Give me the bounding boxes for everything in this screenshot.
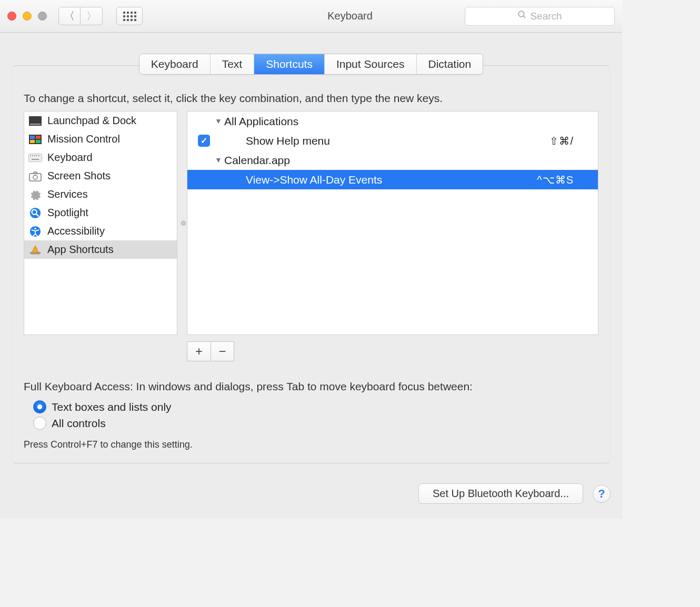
shortcut-row-show-all-day-events[interactable]: View->Show All-Day Events ^⌥⌘S (187, 170, 598, 189)
svg-rect-7 (30, 140, 35, 143)
forward-button[interactable]: 〉 (81, 7, 103, 25)
chevron-right-icon: 〉 (86, 9, 97, 23)
sidebar-item-label: Launchpad & Dock (47, 115, 136, 127)
tab-dictation[interactable]: Dictation (417, 54, 483, 74)
help-button[interactable]: ? (593, 485, 611, 503)
svg-rect-16 (29, 174, 41, 181)
help-icon: ? (598, 487, 605, 501)
grid-icon (123, 12, 136, 21)
keyboard-icon (28, 152, 42, 164)
back-button[interactable]: 〈 (58, 7, 81, 25)
sidebar-item-mission-control[interactable]: Mission Control (24, 130, 177, 148)
disclosure-triangle-icon: ▼ (215, 156, 222, 164)
tab-input-sources[interactable]: Input Sources (325, 54, 417, 74)
shortcut-row-show-help[interactable]: ✓ Show Help menu ⇧⌘/ (187, 131, 598, 150)
svg-rect-10 (30, 155, 31, 156)
sidebar-item-label: Screen Shots (47, 170, 111, 182)
svg-rect-9 (29, 154, 42, 161)
svg-rect-11 (32, 155, 33, 156)
svg-rect-23 (30, 252, 41, 254)
nav-buttons: 〈 〉 (58, 7, 103, 25)
svg-rect-13 (36, 155, 37, 156)
sidebar-item-services[interactable]: Services (24, 185, 177, 204)
add-shortcut-button[interactable]: + (187, 341, 211, 361)
gear-icon (28, 189, 42, 200)
shortcut-label: Show Help menu (218, 135, 330, 147)
radio-all-controls[interactable]: All controls (33, 417, 598, 430)
group-calendar-app[interactable]: ▼ Calendar.app (187, 150, 598, 170)
mission-control-icon (28, 134, 42, 145)
svg-rect-3 (30, 124, 41, 125)
search-icon (517, 10, 527, 22)
sidebar-item-accessibility[interactable]: Accessibility (24, 222, 177, 240)
svg-point-22 (34, 227, 36, 229)
show-all-button[interactable] (116, 7, 143, 25)
group-all-applications[interactable]: ▼ All Applications (187, 112, 598, 131)
sidebar-item-keyboard[interactable]: Keyboard (24, 148, 177, 167)
minimize-window-button[interactable] (23, 12, 32, 21)
content-area: Keyboard Text Shortcuts Input Sources Di… (0, 33, 622, 474)
sidebar-item-label: Keyboard (47, 151, 93, 164)
camera-icon (28, 170, 42, 182)
launchpad-icon (28, 115, 42, 127)
bluetooth-keyboard-button[interactable]: Set Up Bluetooth Keyboard... (418, 483, 583, 504)
instruction-text: To change a shortcut, select it, click t… (24, 92, 598, 105)
search-field[interactable]: Search (465, 7, 615, 26)
shortcut-detail-list[interactable]: ▼ All Applications ✓ Show Help menu ⇧⌘/ … (187, 111, 598, 335)
sidebar-item-app-shortcuts[interactable]: App Shortcuts (24, 240, 177, 259)
svg-rect-12 (34, 155, 35, 156)
group-label: Calendar.app (224, 154, 290, 167)
svg-rect-5 (30, 136, 35, 139)
tab-keyboard[interactable]: Keyboard (139, 54, 211, 74)
radio-text-boxes-only[interactable]: Text boxes and lists only (33, 400, 598, 413)
tab-shortcuts[interactable]: Shortcuts (254, 54, 325, 74)
sidebar-item-label: Accessibility (47, 225, 105, 237)
group-label: All Applications (224, 115, 298, 128)
svg-rect-15 (32, 159, 39, 160)
footer: Set Up Bluetooth Keyboard... ? (0, 474, 622, 519)
zoom-window-button[interactable] (38, 12, 47, 21)
fka-radio-group: Text boxes and lists only All controls (33, 400, 598, 430)
shortcut-keys[interactable]: ^⌥⌘S (537, 174, 598, 186)
sidebar-item-label: Mission Control (47, 133, 120, 145)
shortcut-label: View->Show All-Day Events (218, 174, 382, 186)
tab-text[interactable]: Text (211, 54, 255, 74)
shortcuts-panel: To change a shortcut, select it, click t… (12, 65, 611, 463)
svg-rect-14 (38, 155, 39, 156)
category-list[interactable]: Launchpad & Dock Mission Control Keyboar… (24, 111, 177, 335)
chevron-left-icon: 〈 (64, 9, 75, 23)
add-remove-buttons: + − (187, 341, 598, 361)
app-shortcuts-icon (28, 244, 42, 256)
radio-label: Text boxes and lists only (52, 401, 172, 413)
shortcut-keys[interactable]: ⇧⌘/ (549, 135, 598, 147)
spotlight-icon (28, 207, 42, 219)
svg-point-0 (519, 11, 525, 17)
keyboard-preferences-window: 〈 〉 Keyboard Search Keyboard Text (0, 0, 622, 519)
svg-rect-8 (36, 140, 41, 143)
minus-icon: − (218, 344, 226, 359)
radio-button[interactable] (33, 417, 46, 430)
window-controls (7, 12, 47, 21)
disclosure-triangle-icon: ▼ (215, 117, 222, 125)
svg-point-17 (33, 175, 37, 179)
sidebar-item-label: Services (47, 188, 88, 200)
sidebar-item-launchpad[interactable]: Launchpad & Dock (24, 112, 177, 130)
plus-icon: + (195, 344, 203, 359)
remove-shortcut-button[interactable]: − (211, 341, 234, 361)
sidebar-item-label: Spotlight (47, 207, 88, 219)
radio-button-selected[interactable] (33, 400, 46, 413)
sidebar-item-spotlight[interactable]: Spotlight (24, 204, 177, 222)
svg-line-1 (524, 16, 526, 18)
titlebar: 〈 〉 Keyboard Search (0, 0, 622, 33)
sidebar-item-label: App Shortcuts (47, 244, 114, 256)
sidebar-item-screen-shots[interactable]: Screen Shots (24, 167, 177, 185)
radio-label: All controls (52, 417, 106, 430)
checkbox-checked[interactable]: ✓ (198, 135, 210, 147)
resize-handle[interactable] (181, 221, 186, 226)
svg-rect-6 (36, 136, 41, 139)
full-keyboard-access-label: Full Keyboard Access: In windows and dia… (24, 380, 598, 393)
shortcuts-columns: Launchpad & Dock Mission Control Keyboar… (24, 111, 598, 335)
close-window-button[interactable] (7, 12, 16, 21)
tab-bar: Keyboard Text Shortcuts Input Sources Di… (12, 54, 611, 75)
search-placeholder: Search (530, 11, 562, 22)
